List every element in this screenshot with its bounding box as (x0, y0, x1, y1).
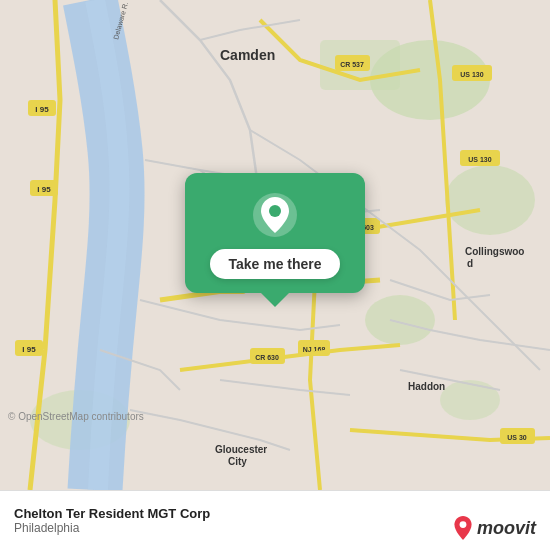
svg-text:Gloucester: Gloucester (215, 444, 267, 455)
svg-text:I 95: I 95 (35, 105, 49, 114)
svg-text:I 95: I 95 (22, 345, 36, 354)
svg-text:CR 537: CR 537 (340, 61, 364, 68)
location-pin-icon (251, 191, 299, 239)
take-me-there-button[interactable]: Take me there (210, 249, 339, 279)
svg-text:Collingswoo: Collingswoo (465, 246, 524, 257)
svg-text:d: d (467, 258, 473, 269)
location-name: Chelton Ter Resident MGT Corp (14, 506, 210, 521)
svg-text:Haddon: Haddon (408, 381, 445, 392)
copyright-text: © OpenStreetMap contributors (8, 411, 144, 422)
location-sub: Philadelphia (14, 521, 210, 535)
svg-text:City: City (228, 456, 247, 467)
map-view[interactable]: I 95 I 95 I 95 Delaware R. NJ 168 I 676 … (0, 0, 550, 490)
svg-text:Camden: Camden (220, 47, 275, 63)
svg-point-2 (445, 165, 535, 235)
svg-text:US 30: US 30 (507, 434, 527, 441)
location-card: Take me there (185, 173, 365, 293)
bottom-bar: Chelton Ter Resident MGT Corp Philadelph… (0, 490, 550, 550)
moovit-logo: moovit (453, 516, 536, 540)
svg-text:CR 630: CR 630 (255, 354, 279, 361)
svg-text:I 95: I 95 (37, 185, 51, 194)
svg-point-37 (269, 205, 281, 217)
location-info: Chelton Ter Resident MGT Corp Philadelph… (14, 506, 210, 535)
svg-text:US 130: US 130 (468, 156, 491, 163)
svg-point-3 (365, 295, 435, 345)
svg-text:US 130: US 130 (460, 71, 483, 78)
moovit-logo-text: moovit (477, 518, 536, 539)
svg-point-38 (460, 521, 467, 528)
svg-point-4 (440, 380, 500, 420)
moovit-pin-icon (453, 516, 473, 540)
